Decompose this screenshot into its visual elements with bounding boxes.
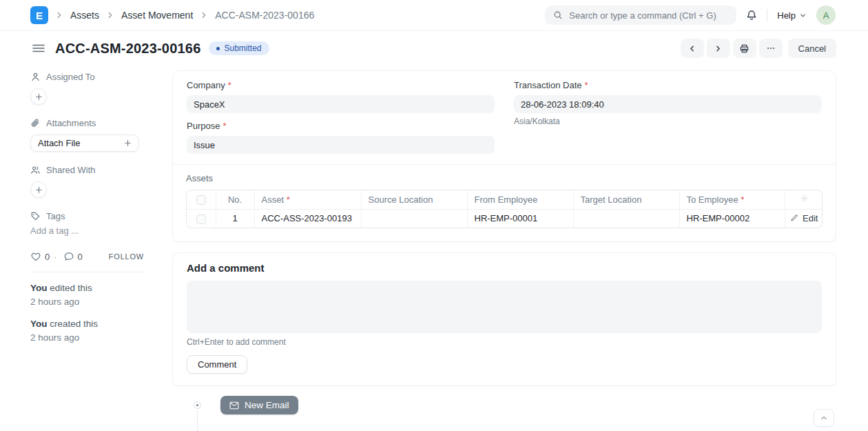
grid-header-row: No. Asset * Source Location From Employe…: [187, 190, 823, 209]
activity-user: You: [30, 283, 48, 293]
edit-label: Edit: [803, 213, 818, 223]
chevron-right-icon: [199, 10, 209, 20]
breadcrumb-current: ACC-ASM-2023-00166: [215, 10, 314, 21]
transaction-date-field: Transaction Date * 28-06-2023 18:09:40 A…: [514, 80, 822, 126]
tags-label: Tags: [46, 211, 65, 221]
heart-icon[interactable]: [30, 251, 41, 262]
avatar[interactable]: A: [816, 6, 836, 25]
status-badge: Submitted: [209, 41, 269, 55]
timezone-label: Asia/Kolkata: [514, 117, 822, 126]
add-tag-input[interactable]: Add a tag ...: [30, 225, 144, 236]
users-icon: [30, 165, 41, 175]
timeline-dot-icon: [194, 401, 201, 409]
sidebar-toggle-icon[interactable]: [30, 41, 47, 55]
chevron-up-icon: [820, 414, 828, 422]
comment-hint: Ctrl+Enter to add comment: [187, 337, 822, 347]
column-from-employee: From Employee: [467, 190, 573, 209]
plus-icon: [124, 139, 132, 147]
new-email-button[interactable]: New Email: [220, 396, 298, 414]
cancel-button[interactable]: Cancel: [788, 39, 836, 58]
chevron-right-icon: [105, 10, 115, 20]
notifications-bell-icon[interactable]: [746, 10, 757, 21]
select-all-checkbox[interactable]: [196, 195, 206, 205]
help-menu[interactable]: Help: [777, 10, 807, 21]
required-marker: *: [741, 194, 744, 205]
required-marker: *: [585, 80, 588, 90]
sidebar-activity-created: You created this 2 hours ago: [30, 317, 144, 344]
breadcrumb-asset-movement[interactable]: Asset Movement: [121, 10, 193, 21]
reactions-row: 0 · 0 FOLLOW: [30, 251, 144, 262]
column-no: No.: [216, 190, 254, 209]
envelope-icon: [229, 401, 239, 410]
breadcrumb-assets[interactable]: Assets: [70, 10, 99, 21]
row-from-employee[interactable]: HR-EMP-00001: [467, 209, 573, 228]
comments-count: 0: [78, 252, 83, 262]
pencil-icon: [790, 214, 798, 222]
activity-time: 2 hours ago: [30, 297, 79, 307]
company-input[interactable]: SpaceX: [187, 95, 495, 113]
assigned-to-section: Assigned To: [30, 72, 144, 105]
timeline: New Email You created this 2 hours ago •…: [194, 396, 836, 431]
comment-card: Add a comment Ctrl+Enter to add comment …: [172, 252, 836, 386]
erpnext-logo-icon[interactable]: E: [30, 6, 48, 24]
content: Assigned To Attachments Attach File: [0, 63, 868, 431]
required-marker: *: [228, 80, 231, 90]
required-marker: *: [287, 194, 290, 205]
global-search[interactable]: [545, 6, 736, 25]
breadcrumb: E Assets Asset Movement ACC-ASM-2023-001…: [30, 6, 314, 24]
grid-settings-gear-icon[interactable]: [800, 194, 809, 203]
search-input[interactable]: [569, 10, 728, 21]
column-asset: Asset *: [254, 190, 361, 209]
scroll-to-top-button[interactable]: [814, 409, 834, 427]
add-comment-heading: Add a comment: [187, 262, 822, 274]
row-no: 1: [216, 209, 254, 228]
printer-icon: [739, 43, 750, 54]
add-share-button[interactable]: [30, 181, 47, 198]
search-icon: [553, 10, 563, 20]
ellipsis-icon: [766, 43, 776, 53]
purpose-input[interactable]: Issue: [187, 136, 495, 154]
add-assignment-button[interactable]: [30, 88, 47, 105]
navbar: E Assets Asset Movement ACC-ASM-2023-001…: [0, 0, 868, 31]
company-label: Company: [187, 80, 225, 90]
company-field: Company * SpaceX: [187, 80, 495, 113]
status-dot-icon: [216, 47, 220, 50]
row-asset[interactable]: ACC-ASS-2023-00193: [254, 209, 361, 228]
comment-input[interactable]: [187, 281, 822, 333]
shared-with-section: Shared With: [30, 165, 144, 198]
form-sidebar: Assigned To Attachments Attach File: [30, 69, 144, 431]
navbar-actions: Help A: [545, 6, 836, 25]
comment-button[interactable]: Comment: [187, 355, 247, 374]
activity-action: edited this: [50, 283, 92, 293]
required-marker: *: [223, 121, 226, 131]
comment-bubble-icon[interactable]: [63, 251, 74, 262]
follow-button[interactable]: FOLLOW: [109, 252, 144, 261]
row-source-location[interactable]: [361, 209, 467, 228]
menu-ellipsis-button[interactable]: [759, 39, 783, 58]
activity-user: You: [30, 319, 48, 329]
assets-section-label: Assets: [186, 173, 823, 183]
new-email-label: New Email: [245, 400, 289, 410]
sidebar-activity-edited: You edited this 2 hours ago: [30, 281, 144, 308]
print-button[interactable]: [733, 39, 756, 58]
assets-grid: No. Asset * Source Location From Employe…: [186, 190, 823, 228]
shared-with-label: Shared With: [46, 165, 96, 175]
tag-icon: [30, 211, 41, 221]
user-icon: [30, 72, 41, 82]
row-target-location[interactable]: [573, 209, 679, 228]
row-checkbox[interactable]: [196, 214, 206, 224]
purpose-field: Purpose * Issue: [187, 121, 495, 154]
page-title: ACC-ASM-2023-00166: [55, 41, 200, 57]
dot-separator: ·: [54, 252, 56, 262]
row-to-employee[interactable]: HR-EMP-00002: [679, 209, 785, 228]
attach-file-button[interactable]: Attach File: [30, 134, 139, 152]
next-record-button[interactable]: [707, 39, 730, 58]
row-edit-button[interactable]: Edit: [790, 213, 818, 223]
divider: [767, 9, 767, 21]
status-label: Submitted: [224, 43, 261, 53]
attachments-section: Attachments Attach File: [30, 118, 144, 152]
previous-record-button[interactable]: [681, 39, 704, 58]
transaction-date-input[interactable]: 28-06-2023 18:09:40: [514, 95, 822, 113]
activity-action: created this: [50, 319, 98, 329]
grid-row-1[interactable]: 1 ACC-ASS-2023-00193 HR-EMP-00001 HR-EMP…: [187, 209, 823, 228]
